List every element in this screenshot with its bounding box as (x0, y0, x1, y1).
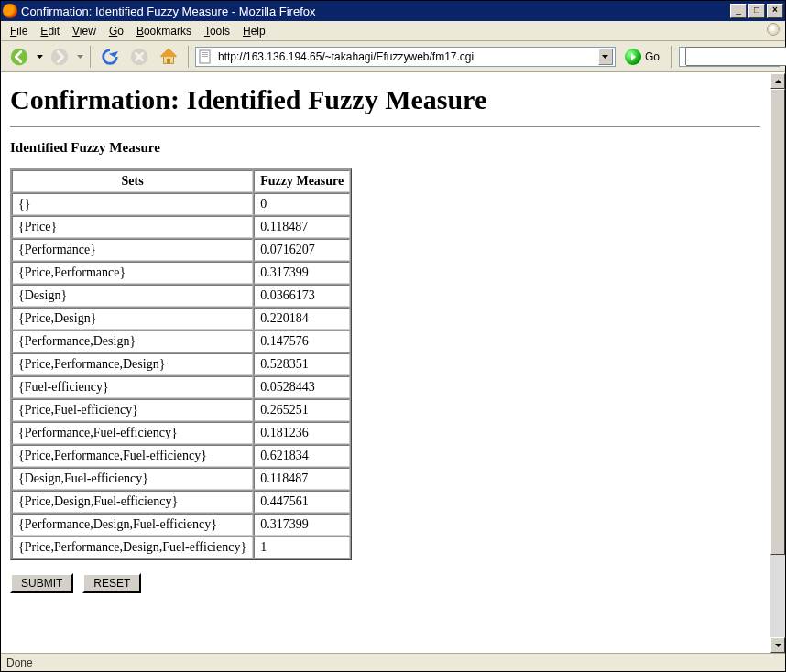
window-title: Confirmation: Identified Fuzzy Measure -… (21, 5, 730, 18)
cell-value: 0.528351 (254, 353, 350, 375)
table-row: {Price,Design,Fuel-efficiency}0.447561 (12, 491, 350, 513)
cell-value: 0.317399 (254, 514, 350, 536)
go-icon (625, 49, 641, 65)
cell-value: 0.118487 (254, 468, 350, 490)
cell-value: 0 (254, 193, 350, 215)
cell-value: 0.181236 (254, 422, 350, 444)
cell-set: {Design,Fuel-efficiency} (12, 468, 253, 490)
svg-rect-4 (167, 58, 170, 63)
stop-button[interactable] (126, 44, 152, 70)
menu-tools[interactable]: Tools (199, 23, 235, 39)
table-row: {Performance,Design,Fuel-efficiency}0.31… (12, 514, 350, 536)
table-row: {}0 (12, 193, 350, 215)
scroll-thumb[interactable] (770, 89, 785, 555)
cell-set: {Price,Design,Fuel-efficiency} (12, 491, 253, 513)
cell-set: {Design} (12, 285, 253, 307)
search-box[interactable]: G (679, 47, 780, 67)
cell-set: {Performance} (12, 239, 253, 261)
table-row: {Fuel-efficiency}0.0528443 (12, 376, 350, 398)
fuzzy-measure-table: Sets Fuzzy Measure {}0{Price}0.118487{Pe… (10, 168, 352, 560)
cell-value: 0.317399 (254, 262, 350, 284)
back-history-dropdown[interactable] (36, 44, 43, 70)
scroll-track[interactable] (770, 89, 785, 637)
cell-value: 1 (254, 537, 350, 558)
col-header-measure: Fuzzy Measure (254, 170, 350, 192)
cell-value: 0.447561 (254, 491, 350, 513)
menu-file[interactable]: File (5, 23, 33, 39)
content-viewport: Confirmation: Identified Fuzzy Measure I… (1, 72, 785, 653)
menu-view[interactable]: View (67, 23, 102, 39)
url-input[interactable] (216, 49, 598, 64)
cell-value: 0.265251 (254, 399, 350, 421)
navigation-toolbar: Go G (1, 41, 785, 72)
table-row: {Design}0.0366173 (12, 285, 350, 307)
table-row: {Price,Performance}0.317399 (12, 262, 350, 284)
table-row: {Price,Fuel-efficiency}0.265251 (12, 399, 350, 421)
go-button[interactable]: Go (619, 49, 665, 65)
cell-set: {Price,Performance,Fuel-efficiency} (12, 445, 253, 467)
table-row: {Price,Performance,Design}0.528351 (12, 353, 350, 375)
forward-button[interactable] (47, 44, 72, 70)
cell-set: {Fuel-efficiency} (12, 376, 253, 398)
cell-value: 0.220184 (254, 308, 350, 330)
cell-value: 0.0528443 (254, 376, 350, 398)
table-row: {Performance,Design}0.147576 (12, 331, 350, 352)
menu-go[interactable]: Go (104, 23, 129, 39)
forward-history-dropdown[interactable] (76, 44, 83, 70)
svg-point-1 (51, 48, 68, 64)
reset-button[interactable]: RESET (82, 573, 141, 593)
cell-value: 0.621834 (254, 445, 350, 467)
url-history-dropdown[interactable] (598, 49, 613, 65)
divider (10, 126, 760, 127)
go-label: Go (645, 50, 660, 63)
cell-set: {Price,Design} (12, 308, 253, 330)
submit-button[interactable]: SUBMIT (10, 573, 73, 593)
cell-set: {Price,Fuel-efficiency} (12, 399, 253, 421)
search-input[interactable] (685, 47, 786, 66)
status-text: Done (6, 656, 33, 669)
cell-set: {Price} (12, 216, 253, 238)
minimize-button[interactable]: _ (730, 4, 747, 18)
cell-set: {Price,Performance} (12, 262, 253, 284)
table-row: {Performance,Fuel-efficiency}0.181236 (12, 422, 350, 444)
menubar: File Edit View Go Bookmarks Tools Help (1, 21, 785, 41)
svg-rect-6 (202, 52, 208, 53)
svg-rect-8 (202, 56, 208, 57)
cell-set: {Performance,Fuel-efficiency} (12, 422, 253, 444)
vertical-scrollbar[interactable] (770, 73, 785, 653)
cell-set: {Price,Performance,Design,Fuel-efficienc… (12, 537, 253, 558)
firefox-icon (3, 4, 17, 18)
table-row: {Design,Fuel-efficiency}0.118487 (12, 468, 350, 490)
table-row: {Price,Performance,Design,Fuel-efficienc… (12, 537, 350, 558)
page-heading: Confirmation: Identified Fuzzy Measure (10, 84, 760, 115)
cell-set: {Performance,Design,Fuel-efficiency} (12, 514, 253, 536)
back-button[interactable] (6, 44, 32, 70)
address-bar[interactable] (195, 47, 616, 67)
cell-set: {Performance,Design} (12, 331, 253, 352)
status-bar: Done (1, 653, 785, 671)
browser-window: Confirmation: Identified Fuzzy Measure -… (0, 0, 786, 672)
scroll-down-button[interactable] (770, 637, 785, 653)
activity-throbber-icon (767, 23, 781, 38)
maximize-button[interactable]: □ (748, 4, 765, 18)
svg-rect-7 (202, 54, 208, 55)
table-row: {Price}0.118487 (12, 216, 350, 238)
home-button[interactable] (156, 44, 181, 70)
cell-set: {} (12, 193, 253, 215)
titlebar: Confirmation: Identified Fuzzy Measure -… (1, 1, 785, 21)
table-row: {Price,Performance,Fuel-efficiency}0.621… (12, 445, 350, 467)
menu-bookmarks[interactable]: Bookmarks (131, 23, 197, 39)
menu-edit[interactable]: Edit (35, 23, 65, 39)
menu-help[interactable]: Help (237, 23, 271, 39)
reload-button[interactable] (97, 44, 123, 70)
table-row: {Price,Design}0.220184 (12, 308, 350, 330)
close-button[interactable]: × (767, 4, 783, 18)
cell-value: 0.0366173 (254, 285, 350, 307)
table-row: {Performance}0.0716207 (12, 239, 350, 261)
scroll-up-button[interactable] (770, 73, 785, 89)
svg-point-0 (11, 48, 27, 64)
page-content: Confirmation: Identified Fuzzy Measure I… (1, 73, 770, 653)
cell-value: 0.0716207 (254, 239, 350, 261)
col-header-sets: Sets (12, 170, 253, 192)
page-icon (198, 49, 213, 64)
